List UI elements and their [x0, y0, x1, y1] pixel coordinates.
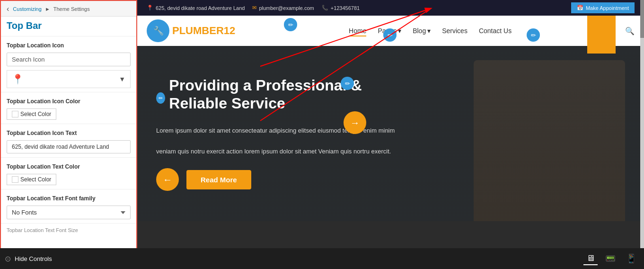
section-text-color: Topbar Location Text Color Select Color — [1, 158, 136, 189]
section-icon-text: Topbar Location Icon Text — [1, 124, 136, 158]
email-icon-topbar: ✉ — [252, 5, 256, 11]
location-icon-topbar: 📍 — [147, 5, 153, 11]
nav-item-contact: Contact Us — [479, 27, 512, 35]
nav-link-services[interactable]: Services — [442, 27, 468, 35]
svg-text:🔧: 🔧 — [153, 26, 164, 36]
hero-content: ✏ Providing a Professional & Reliable Se… — [156, 76, 421, 191]
section-topbar-location-icon: Topbar Location Icon 📍 ▼ — [1, 36, 136, 92]
bottom-bar-left: ⊙ Hide Controls — [5, 254, 576, 263]
arrow-left-button[interactable]: ← — [156, 168, 179, 191]
section-label-icon: Topbar Location Icon — [7, 42, 131, 49]
nav-links-list: Home Pages ▾ Blog — [349, 27, 512, 35]
scrollbar-thumb[interactable] — [640, 0, 644, 38]
customizer-panel: ‹ Customizing ► Theme Settings Top Bar T… — [0, 0, 137, 269]
navigation: Home Pages ▾ Blog — [349, 27, 512, 35]
calendar-icon: 📅 — [577, 5, 583, 11]
breadcrumb-section: Theme Settings — [53, 6, 90, 12]
top-bar: 📍 625, devid dikate road Adventure Land … — [137, 0, 644, 16]
hero-buttons: ← Read More → — [156, 168, 421, 191]
topbar-left: 📍 625, devid dikate road Adventure Land … — [147, 5, 360, 11]
section-label-text-color: Topbar Location Text Color — [7, 163, 131, 170]
icon-picker-row[interactable]: 📍 ▼ — [7, 70, 131, 88]
section-label-icon-text: Topbar Location Icon Text — [7, 130, 131, 136]
preview-area: ✏ ✏ ✏ ✏ 📍 625, devid dikate road Adventu… — [137, 0, 644, 269]
breadcrumb-customizing[interactable]: Customizing — [13, 6, 42, 12]
icon-color-swatch — [12, 111, 18, 117]
topbar-phone-text: +123456781 — [331, 5, 360, 11]
hero-section: ✏ Providing a Professional & Reliable Se… — [137, 46, 644, 221]
edit-button-hero[interactable]: ✏ — [341, 77, 354, 90]
hero-description-2: veniam quis notru exercit action lorem i… — [156, 147, 421, 157]
location-icon: 📍 — [12, 73, 24, 85]
text-color-select-button[interactable]: Select Color — [7, 174, 56, 185]
font-family-select[interactable]: No Fonts Arial Roboto Open Sans Lato — [7, 206, 131, 219]
nav-item-home: Home — [349, 27, 366, 35]
edit-button-hero-title[interactable]: ✏ — [156, 92, 165, 104]
hide-controls-button[interactable]: Hide Controls — [15, 255, 52, 262]
search-icon-input[interactable] — [7, 53, 131, 66]
desktop-view-button[interactable]: 🖥 — [583, 252, 598, 265]
text-color-select-label: Select Color — [20, 176, 51, 183]
blog-chevron-icon: ▾ — [427, 27, 431, 35]
section-font-family: Topbar Location Text Font family No Font… — [1, 189, 136, 224]
logo-accent-text: 12 — [224, 25, 235, 36]
breadcrumb: Customizing ► Theme Settings — [13, 6, 89, 12]
logo-icon: 🔧 — [147, 19, 169, 42]
nav-item-blog: Blog ▾ — [413, 27, 431, 35]
topbar-phone: 📞 +123456781 — [322, 5, 360, 11]
phone-icon-topbar: 📞 — [322, 5, 328, 11]
font-size-label: Topbar Location Text Font Size — [1, 224, 136, 235]
make-appt-label: Make Appointment — [586, 5, 629, 11]
section-label-icon-color: Topbar Location Icon Color — [7, 98, 131, 105]
make-appointment-button[interactable]: 📅 Make Appointment — [571, 2, 635, 13]
location-text-input[interactable] — [7, 140, 131, 153]
tablet-view-button[interactable]: 📟 — [602, 252, 618, 265]
pages-chevron-icon: ▾ — [398, 27, 401, 35]
hero-title: Providing a Professional & Reliable Serv… — [169, 76, 421, 113]
icon-color-select-button[interactable]: Select Color — [7, 108, 56, 120]
chevron-down-icon: ▼ — [119, 75, 125, 83]
yellow-box — [587, 16, 616, 54]
bottom-bar: ⊙ Hide Controls 🖥 📟 📱 — [0, 248, 644, 269]
logo-main-text: PLUMBER — [172, 25, 224, 36]
nav-link-blog[interactable]: Blog ▾ — [413, 27, 431, 35]
topbar-email-text: plumber@example.com — [259, 5, 314, 11]
topbar-email: ✉ plumber@example.com — [252, 5, 314, 11]
section-icon-color: Topbar Location Icon Color Select Color — [1, 92, 136, 124]
section-label-font: Topbar Location Text Font family — [7, 195, 131, 202]
back-button[interactable]: ‹ — [7, 5, 9, 13]
logo-area: 🔧 PLUMBER12 — [147, 19, 235, 42]
logo-text: PLUMBER12 — [172, 25, 235, 37]
read-more-button[interactable]: Read More — [186, 170, 251, 189]
arrow-right-button[interactable]: → — [344, 111, 366, 134]
circle-icon: ⊙ — [5, 254, 11, 263]
hide-controls-label: Hide Controls — [15, 255, 52, 262]
edit-button-logo[interactable]: ✏ — [383, 28, 397, 42]
hero-image-area — [474, 60, 625, 221]
icon-color-select-label: Select Color — [20, 111, 51, 117]
panel-header: ‹ Customizing ► Theme Settings — [1, 1, 136, 17]
nav-item-services: Services — [442, 27, 468, 35]
search-icon-navbar[interactable]: 🔍 — [625, 27, 635, 36]
edit-button-yellow[interactable]: ✏ — [527, 28, 540, 42]
scrollbar[interactable] — [640, 0, 644, 269]
mobile-view-button[interactable]: 📱 — [623, 252, 639, 265]
nav-link-contact[interactable]: Contact Us — [479, 27, 512, 35]
text-color-swatch — [12, 176, 18, 183]
hero-description-1: Lorem ipsum dolor sit amet consecteatur … — [156, 126, 421, 136]
topbar-address-text: 625, devid dikate road Adventure Land — [156, 5, 245, 11]
plumber-logo-svg: 🔧 — [150, 22, 167, 39]
panel-title: Top Bar — [1, 17, 136, 36]
edit-button-topbar[interactable]: ✏ — [284, 18, 297, 31]
main-layout: ‹ Customizing ► Theme Settings Top Bar T… — [0, 0, 644, 269]
device-icons: 🖥 📟 📱 — [583, 252, 639, 265]
topbar-address: 📍 625, devid dikate road Adventure Land — [147, 5, 245, 11]
nav-link-home[interactable]: Home — [349, 27, 366, 36]
